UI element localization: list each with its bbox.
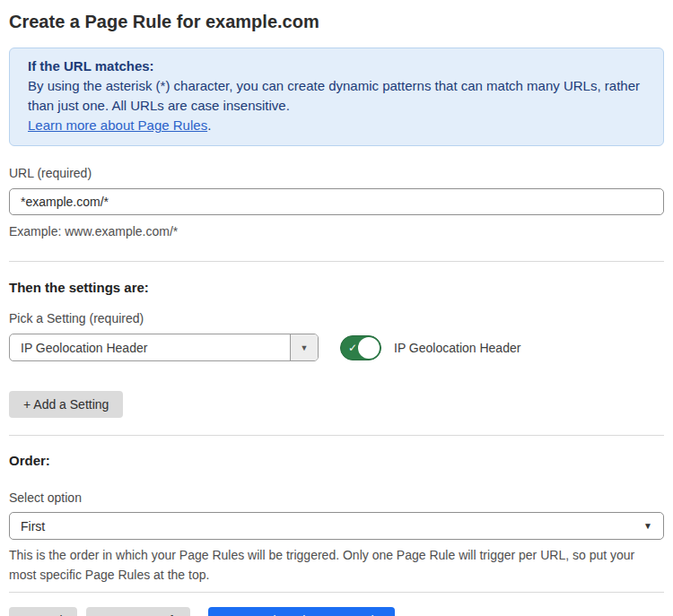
order-helper-text: This is the order in which your Page Rul… — [9, 545, 664, 585]
divider — [9, 435, 664, 436]
url-input[interactable] — [9, 188, 664, 215]
save-as-draft-button[interactable]: Save as Draft — [86, 607, 191, 616]
toggle-knob — [358, 337, 380, 359]
info-box-body: By using the asterisk (*) character, you… — [28, 76, 645, 116]
setting-picker-caret-button[interactable]: ▼ — [290, 334, 318, 360]
toggle-label: IP Geolocation Header — [394, 341, 520, 355]
pick-setting-label: Pick a Setting (required) — [9, 311, 664, 325]
order-select-value: First — [21, 519, 45, 534]
check-icon: ✓ — [348, 343, 357, 353]
cancel-button[interactable]: Cancel — [9, 607, 77, 616]
settings-section-heading: Then the settings are: — [9, 280, 664, 296]
setting-picker[interactable]: IP Geolocation Header ▼ — [9, 334, 319, 361]
link-period: . — [207, 117, 211, 133]
info-box-link-line: Learn more about Page Rules. — [28, 116, 645, 135]
setting-row: IP Geolocation Header ▼ ✓ IP Geolocation… — [9, 334, 664, 361]
select-option-label: Select option — [9, 490, 664, 505]
chevron-down-icon: ▼ — [301, 343, 309, 352]
divider — [9, 592, 664, 593]
page: { "page": { "title": "Create a Page Rule… — [0, 0, 673, 616]
order-select[interactable]: First ▼ — [9, 512, 664, 540]
divider — [9, 261, 664, 262]
learn-more-link[interactable]: Learn more about Page Rules — [28, 117, 207, 133]
url-example-helper: Example: www.example.com/* — [9, 221, 664, 241]
setting-picker-value: IP Geolocation Header — [10, 341, 147, 355]
chevron-down-icon: ▼ — [643, 521, 652, 531]
ip-geolocation-toggle[interactable]: ✓ — [340, 335, 381, 360]
create-page-rule-form: Create a Page Rule for example.com If th… — [9, 11, 664, 616]
actions-row: Cancel Save as Draft Save and Deploy Pag… — [9, 607, 664, 616]
info-box-heading: If the URL matches: — [28, 56, 645, 76]
order-section-heading: Order: — [9, 453, 664, 469]
add-setting-button[interactable]: + Add a Setting — [9, 391, 123, 418]
url-match-info-box: If the URL matches: By using the asteris… — [9, 48, 664, 146]
page-title: Create a Page Rule for example.com — [9, 11, 664, 32]
save-and-deploy-button[interactable]: Save and Deploy Page Rule — [208, 607, 395, 616]
url-label: URL (required) — [9, 166, 664, 180]
